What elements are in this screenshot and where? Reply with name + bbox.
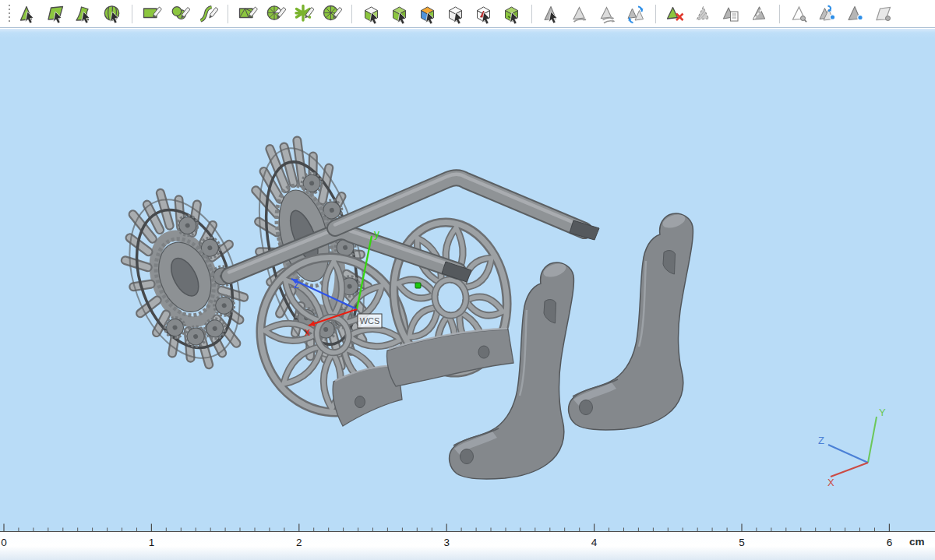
toolbar-button-select-through-cube-front[interactable] — [361, 3, 383, 25]
application-window: yzx WCSYZX 0123456cm — [0, 0, 935, 560]
wcs-label: WCS — [358, 314, 382, 328]
triad-axis-label: Z — [818, 435, 824, 446]
ruler-label: 0 — [1, 537, 7, 548]
ruler-background — [0, 532, 935, 560]
toolbar-button-zoom-to-plane[interactable] — [873, 3, 894, 25]
deselect-triangles-icon — [570, 4, 590, 24]
select-mesh-rectangle-icon — [238, 4, 258, 24]
select-freeform-area-icon — [170, 4, 190, 24]
toolbar-button-copy-selection-to-part[interactable] — [721, 3, 743, 25]
select-mesh-sectors-icon — [266, 4, 286, 24]
toolbar-button-select-through-cube-all[interactable] — [389, 3, 411, 25]
scene-canvas: yzx WCSYZX — [0, 29, 935, 531]
separate-selection-icon — [750, 4, 770, 24]
swap-selection-icon — [626, 4, 646, 24]
toolbar-button-select-backfaces-cube[interactable] — [501, 3, 523, 25]
triad-axis-label: X — [827, 477, 834, 488]
toolbar-separator — [779, 5, 780, 23]
point-marker[interactable] — [415, 283, 421, 288]
zoom-to-selection-outline-icon — [789, 4, 810, 24]
wcs-axis-label: x — [305, 326, 310, 338]
select-mesh-star-icon — [294, 4, 314, 24]
select-triangle-icon — [18, 4, 38, 24]
toolbar-drag-handle[interactable] — [8, 5, 11, 23]
toolbar-button-select-surface[interactable] — [45, 3, 67, 25]
toolbar-button-reselect-triangles[interactable] — [597, 3, 619, 25]
toolbar-button-deselect-triangles[interactable] — [569, 3, 591, 25]
triad-axis-x — [831, 463, 868, 477]
ruler-label: 4 — [591, 537, 598, 548]
select-through-cube-front-icon — [362, 4, 382, 24]
toolbar-button-swap-selection[interactable] — [625, 3, 647, 25]
toolbar-separator — [228, 5, 228, 23]
ruler-label: 5 — [739, 537, 745, 548]
toolbar-separator — [351, 5, 352, 23]
select-through-cube-all-icon — [390, 4, 410, 24]
toolbar-button-refit-selection[interactable] — [817, 3, 838, 25]
toolbar-button-select-triangle[interactable] — [17, 3, 39, 25]
select-mesh-disc-icon — [322, 4, 342, 24]
toolbar-button-hide-selection[interactable] — [693, 3, 714, 25]
toolbar-button-delete-selection[interactable] — [665, 3, 686, 25]
select-rectangle-area-icon — [142, 4, 162, 24]
ruler-label: 3 — [443, 537, 450, 548]
toolbar-button-select-visible-faces-cube[interactable] — [417, 3, 439, 25]
ruler-label: 2 — [296, 537, 302, 548]
triad-axis-label: Y — [879, 407, 886, 418]
triad-axis-z — [828, 445, 868, 463]
toolbar-button-select-freeform-area[interactable] — [169, 3, 191, 25]
ruler-label: 6 — [887, 537, 893, 548]
toolbar-button-select-curved-surface[interactable] — [73, 3, 95, 25]
hide-selection-icon — [693, 4, 714, 24]
lever-arm-right[interactable] — [569, 212, 693, 430]
ruler-unit-label: cm — [909, 536, 925, 548]
toolbar-button-select-shell[interactable] — [101, 3, 123, 25]
ruler-label: 1 — [149, 537, 155, 548]
toolbar-button-select-cone-angle-cube[interactable] — [473, 3, 495, 25]
wcs-axis-label: y — [374, 227, 379, 240]
toolbar-button-select-mesh-rectangle[interactable] — [237, 3, 259, 25]
select-shell-icon — [102, 4, 122, 24]
toolbar-button-zoom-to-selection-outline[interactable] — [789, 3, 810, 25]
select-surface-icon — [46, 4, 66, 24]
delete-selection-icon — [665, 4, 686, 24]
select-polyline-area-icon — [198, 4, 218, 24]
toolbar-separator — [132, 5, 132, 23]
reselect-triangles-icon — [598, 4, 618, 24]
toolbar-button-select-rectangle-area[interactable] — [141, 3, 163, 25]
toolbar-groups — [17, 3, 894, 25]
toolbar-button-zoom-to-triangle[interactable] — [845, 3, 866, 25]
toolbar-button-select-mesh-sectors[interactable] — [265, 3, 287, 25]
toolbar-separator — [655, 5, 656, 23]
wcs-axis-label: z — [294, 278, 299, 291]
svg-text:WCS: WCS — [360, 316, 380, 326]
toolbar-button-select-through-cube-clear[interactable] — [445, 3, 467, 25]
select-backfaces-cube-icon — [502, 4, 522, 24]
toolbar-separator — [531, 5, 532, 23]
triad-axis-y — [868, 417, 877, 463]
toolbar-button-select-mesh-star[interactable] — [293, 3, 315, 25]
zoom-to-triangle-icon — [845, 4, 866, 24]
refit-selection-icon — [817, 4, 838, 24]
select-triangles-icon — [542, 4, 562, 24]
toolbar-button-select-triangles[interactable] — [541, 3, 563, 25]
select-visible-faces-cube-icon — [418, 4, 438, 24]
toolbar — [0, 0, 935, 28]
toolbar-button-select-mesh-disc[interactable] — [321, 3, 343, 25]
select-through-cube-clear-icon — [446, 4, 466, 24]
select-curved-surface-icon — [74, 4, 94, 24]
zoom-to-plane-icon — [873, 4, 894, 24]
toolbar-button-separate-selection[interactable] — [749, 3, 771, 25]
copy-selection-to-part-icon — [722, 4, 742, 24]
toolbar-button-select-polyline-area[interactable] — [197, 3, 219, 25]
select-cone-angle-cube-icon — [474, 4, 494, 24]
